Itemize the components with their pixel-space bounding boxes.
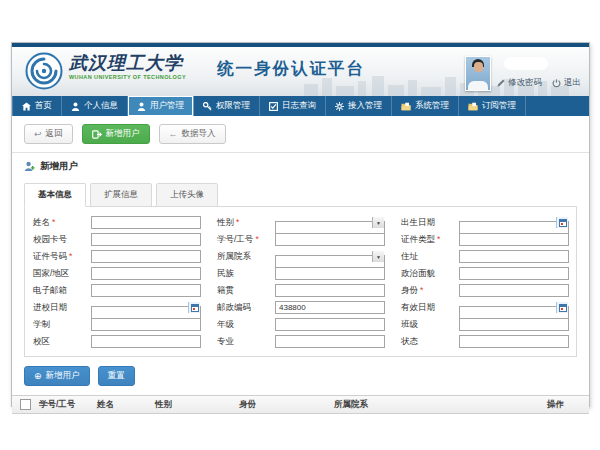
field-label: 出生日期 <box>401 217 459 229</box>
field-label: 进校日期 <box>33 302 91 314</box>
nav-item-subscription-management[interactable]: 订阅管理 <box>459 96 526 116</box>
column-header-student-id[interactable]: 学号/工号 <box>39 399 97 411</box>
department-select[interactable] <box>275 255 385 268</box>
id-number-input[interactable] <box>91 250 201 263</box>
section-header: 新增用户 <box>12 152 589 178</box>
log-check-icon <box>269 102 278 111</box>
postal-code-input[interactable] <box>275 301 385 314</box>
required-asterisk: * <box>236 217 239 227</box>
form-row: 年级 <box>217 316 385 333</box>
change-password-link[interactable]: 修改密码 <box>497 77 542 89</box>
tab-extended-info[interactable]: 扩展信息 <box>90 183 152 207</box>
form-row: 国家/地区 <box>33 265 201 282</box>
add-user-toolbar-button[interactable]: 新增用户 <box>82 124 150 144</box>
id-type-input[interactable] <box>459 233 569 246</box>
field-label: 身份 <box>401 285 418 295</box>
nav-item-log-query[interactable]: 日志查询 <box>260 96 326 116</box>
major-input[interactable] <box>275 335 385 348</box>
column-header-name[interactable]: 姓名 <box>97 399 155 411</box>
student-id-input[interactable] <box>275 233 385 246</box>
user-icon <box>71 102 80 111</box>
folder-icon <box>401 102 411 111</box>
name-input[interactable] <box>91 216 201 229</box>
address-input[interactable] <box>459 250 569 263</box>
field-label: 证件类型 <box>401 234 435 244</box>
data-import-button[interactable]: ← 数据导入 <box>159 124 226 144</box>
field-label: 专业 <box>217 336 275 348</box>
valid-date-input[interactable] <box>459 306 569 319</box>
form-column-right: 出生日期 证件类型* 住址 政治面貌 身份* 有效日期 <box>401 214 569 350</box>
nav-item-access-management[interactable]: 接入管理 <box>326 96 392 116</box>
country-region-input[interactable] <box>91 267 201 280</box>
status-input[interactable] <box>459 335 569 348</box>
form-row: 出生日期 <box>401 214 569 231</box>
field-label: 证件号码 <box>33 251 67 261</box>
main-nav: 首页 个人信息 用户管理 权限管理 日志查询 接入管理 系统管理 订阅管理 <box>12 96 589 116</box>
form-row: 进校日期 <box>33 299 201 316</box>
birth-date-input[interactable] <box>459 221 569 234</box>
form-actions: ⊕ 新增用户 重置 <box>24 366 577 386</box>
column-header-department[interactable]: 所属院系 <box>334 399 547 411</box>
calendar-icon[interactable] <box>556 302 568 313</box>
calendar-icon[interactable] <box>188 302 200 313</box>
avatar-photo <box>466 57 490 90</box>
form-row: 证件号码* <box>33 248 201 265</box>
select-all-checkbox[interactable] <box>20 399 31 410</box>
field-label: 状态 <box>401 336 459 348</box>
email-input[interactable] <box>91 284 201 297</box>
campus-card-input[interactable] <box>91 233 201 246</box>
nav-item-home[interactable]: 首页 <box>12 96 62 116</box>
nav-item-user-management[interactable]: 用户管理 <box>128 96 194 116</box>
required-asterisk: * <box>420 285 423 295</box>
enrollment-date-input[interactable] <box>91 306 201 319</box>
back-button[interactable]: ↩ 返回 <box>24 124 73 144</box>
university-name-en: WUHAN UNIVERSITY OF TECHNOLOGY <box>69 75 186 81</box>
user-table-header: 学号/工号 姓名 性别 身份 所属院系 操作 <box>12 395 589 414</box>
app-header: 武汉理工大学 WUHAN UNIVERSITY OF TECHNOLOGY 统一… <box>12 47 589 96</box>
tab-upload-avatar[interactable]: 上传头像 <box>156 183 218 207</box>
field-label: 电子邮箱 <box>33 285 91 297</box>
form-tabs: 基本信息 扩展信息 上传头像 <box>24 182 577 206</box>
form-row: 电子邮箱 <box>33 282 201 299</box>
nav-item-personal-info[interactable]: 个人信息 <box>62 96 128 116</box>
page-toolbar: ↩ 返回 新增用户 ← 数据导入 <box>12 116 589 152</box>
form-column-middle: 性别* ▼ 学号/工号* 所属院系 ▼ 民族 籍贯 邮政编码 <box>217 214 385 350</box>
nav-item-system-management[interactable]: 系统管理 <box>392 96 459 116</box>
grade-input[interactable] <box>275 318 385 331</box>
ethnicity-input[interactable] <box>275 267 385 280</box>
plus-circle-icon: ⊕ <box>34 372 42 381</box>
field-label: 政治面貌 <box>401 268 459 280</box>
native-place-input[interactable] <box>275 284 385 297</box>
nav-item-permission-management[interactable]: 权限管理 <box>194 96 260 116</box>
field-label: 邮政编码 <box>217 302 275 314</box>
reset-button[interactable]: 重置 <box>98 366 135 386</box>
form-row: 性别* ▼ <box>217 214 385 231</box>
form-row: 邮政编码 <box>217 299 385 316</box>
form-row: 住址 <box>401 248 569 265</box>
logout-link[interactable]: 退出 <box>552 77 581 89</box>
platform-title: 统一身份认证平台 <box>217 58 365 80</box>
basic-info-form: 姓名* 校园卡号 证件号码* 国家/地区 电子邮箱 进校日期 <box>24 206 577 357</box>
chevron-down-icon[interactable]: ▼ <box>372 251 384 262</box>
tab-basic-info[interactable]: 基本信息 <box>24 183 86 207</box>
identity-input[interactable] <box>459 284 569 297</box>
column-header-identity[interactable]: 身份 <box>239 399 334 411</box>
calendar-icon[interactable] <box>556 217 568 228</box>
field-label: 国家/地区 <box>33 268 91 280</box>
field-label: 住址 <box>401 251 459 263</box>
gender-select[interactable] <box>275 221 385 234</box>
new-user-icon <box>24 161 35 172</box>
class-input[interactable] <box>459 318 569 331</box>
folder-icon <box>468 102 478 111</box>
column-header-gender[interactable]: 性别 <box>155 399 239 411</box>
chevron-down-icon[interactable]: ▼ <box>372 217 384 228</box>
campus-input[interactable] <box>91 335 201 348</box>
user-avatar[interactable] <box>465 56 491 91</box>
user-icon <box>137 102 146 111</box>
add-user-submit-button[interactable]: ⊕ 新增用户 <box>24 366 90 386</box>
power-icon <box>552 79 561 88</box>
field-label: 民族 <box>217 268 275 280</box>
schooling-length-input[interactable] <box>91 318 201 331</box>
form-row: 政治面貌 <box>401 265 569 282</box>
political-status-input[interactable] <box>459 267 569 280</box>
